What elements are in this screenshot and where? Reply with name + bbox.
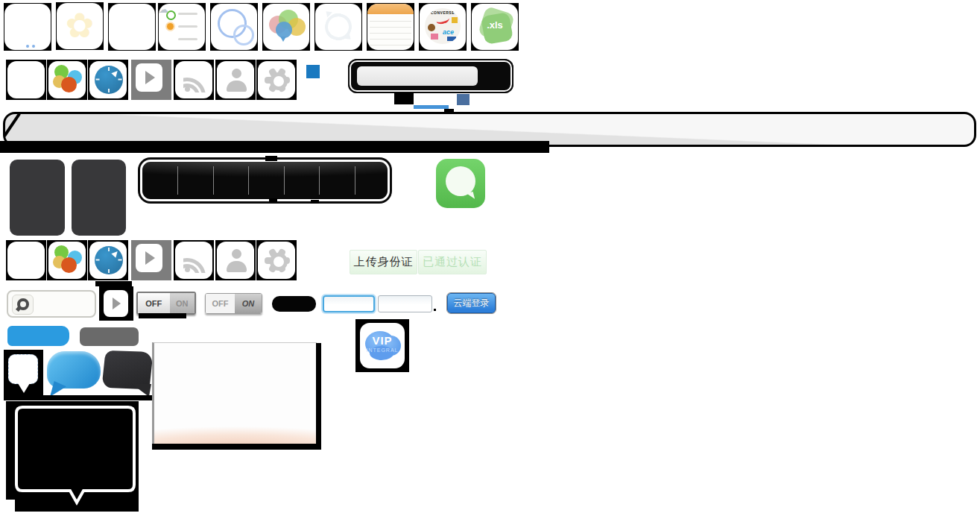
black-pill xyxy=(272,296,316,312)
gear-face xyxy=(258,242,295,279)
music-glyph xyxy=(109,4,155,50)
gear-icon[interactable] xyxy=(256,60,297,100)
segmented-tab-bar[interactable] xyxy=(140,160,390,201)
text-input-normal[interactable] xyxy=(378,295,432,312)
rss-dot xyxy=(185,267,190,272)
blank-tile-face xyxy=(7,242,45,279)
blue-dot xyxy=(32,45,35,48)
blank-app-icon[interactable] xyxy=(4,3,51,51)
cloud-login-button[interactable]: 云端登录 xyxy=(447,293,496,313)
play-triangle xyxy=(113,298,121,309)
white-bubble-tail xyxy=(18,383,30,393)
play-tile-icon[interactable] xyxy=(131,60,171,100)
vip-integral-icon[interactable]: VIP INTEGRAL xyxy=(355,319,409,372)
color-balls-icon[interactable] xyxy=(47,240,87,280)
clock-tick xyxy=(108,67,110,71)
text-input-focused[interactable] xyxy=(323,295,375,312)
gear-hub xyxy=(270,72,288,90)
blue-label-rect[interactable] xyxy=(7,326,69,346)
gray-label-rect[interactable] xyxy=(80,327,139,346)
clock-tick xyxy=(118,260,122,261)
blank-tile-face xyxy=(7,61,45,98)
contact-icon[interactable] xyxy=(215,240,256,280)
normal-input-field[interactable] xyxy=(379,296,434,313)
sprite-fragment-bar xyxy=(139,313,186,318)
brand-text-converse: CONVERSE xyxy=(425,10,461,15)
rss-icon[interactable] xyxy=(174,240,214,280)
contact-head xyxy=(232,249,241,259)
blue-bubble-tail xyxy=(280,37,286,42)
panel-right-edge xyxy=(316,343,321,445)
verified-button[interactable]: 已通过认证 xyxy=(418,250,487,274)
top-search-input[interactable] xyxy=(357,66,478,86)
toggle-switch-on[interactable]: OFF ON xyxy=(205,293,262,314)
message-bubble-tail xyxy=(467,192,475,201)
color-balls-icon[interactable] xyxy=(47,60,87,100)
clock-face xyxy=(89,61,127,98)
xls-face: .xls xyxy=(472,4,518,50)
green-message-icon[interactable] xyxy=(436,159,485,208)
blue-clock-icon[interactable] xyxy=(88,60,128,100)
yellow-logo xyxy=(452,17,458,23)
upload-id-button[interactable]: 上传身份证 xyxy=(350,250,417,274)
black-bubble-sprite xyxy=(6,401,140,513)
notes-face xyxy=(367,4,414,50)
blank-tile-icon[interactable] xyxy=(6,60,46,100)
segment-divider xyxy=(248,166,249,195)
clock-tick xyxy=(108,89,110,92)
brand-logos-icon[interactable]: CONVERSE ace xyxy=(419,3,467,51)
sync-arrows-icon[interactable] xyxy=(314,3,362,51)
toggle-off-side[interactable]: OFF xyxy=(206,294,235,313)
blue-circles-icon[interactable] xyxy=(210,3,258,51)
dark-card xyxy=(10,160,65,236)
dock-bar-face xyxy=(5,114,974,145)
balls-face xyxy=(48,61,86,98)
play-triangle xyxy=(145,71,155,84)
rss-icon[interactable] xyxy=(174,60,214,100)
notes-icon[interactable] xyxy=(367,3,414,51)
play-tile-icon[interactable] xyxy=(131,240,171,280)
sprite-fragment-blue-line xyxy=(414,105,449,109)
search-box-input[interactable] xyxy=(35,294,94,315)
search-box-icon-frame xyxy=(12,295,34,315)
toggle-on-side[interactable]: ON xyxy=(235,294,262,313)
reminders-list-icon[interactable] xyxy=(158,3,206,51)
blue-clock-icon[interactable] xyxy=(88,240,128,280)
toggle-switch-off[interactable]: OFF ON xyxy=(136,292,196,315)
brand-face: CONVERSE ace xyxy=(420,4,466,50)
xls-file-icon[interactable]: .xls xyxy=(471,3,519,51)
circles-face xyxy=(211,4,257,50)
search-box[interactable] xyxy=(7,290,96,318)
sprite-fragment-tab xyxy=(265,156,277,161)
toggle-on-side[interactable]: ON xyxy=(170,293,195,313)
flower-photos-icon[interactable] xyxy=(56,2,104,50)
balls-face xyxy=(48,242,86,279)
focused-input-field[interactable] xyxy=(324,297,376,312)
orange-sun-bullet xyxy=(167,23,174,30)
sprite-fragment-strip xyxy=(4,395,152,400)
contact-shoulders xyxy=(227,81,247,92)
blue-bubble xyxy=(276,22,292,38)
segment-divider xyxy=(319,166,320,195)
dock-bar-gloss-wedge xyxy=(5,114,21,139)
toggle-off-side[interactable]: OFF xyxy=(138,293,170,313)
reminders-face xyxy=(159,4,205,50)
music-note-icon[interactable] xyxy=(108,3,156,51)
top-search-bar[interactable] xyxy=(348,59,513,93)
blank-tile-icon[interactable] xyxy=(6,240,46,280)
rss-face xyxy=(175,61,212,98)
list-line xyxy=(178,13,197,15)
xls-label: .xls xyxy=(472,19,518,31)
chat-bubbles-icon[interactable] xyxy=(262,3,310,51)
play-sprite[interactable] xyxy=(99,286,133,321)
play-button xyxy=(104,290,128,317)
black-bubble-outline xyxy=(16,407,134,503)
segment-divider xyxy=(355,166,355,195)
blue-logo xyxy=(447,37,456,41)
contact-face xyxy=(217,242,254,279)
contact-icon[interactable] xyxy=(215,60,256,100)
small-circle xyxy=(233,25,254,45)
gear-icon[interactable] xyxy=(256,240,297,280)
contact-head xyxy=(232,69,241,78)
dark-bubble-body xyxy=(101,350,153,389)
